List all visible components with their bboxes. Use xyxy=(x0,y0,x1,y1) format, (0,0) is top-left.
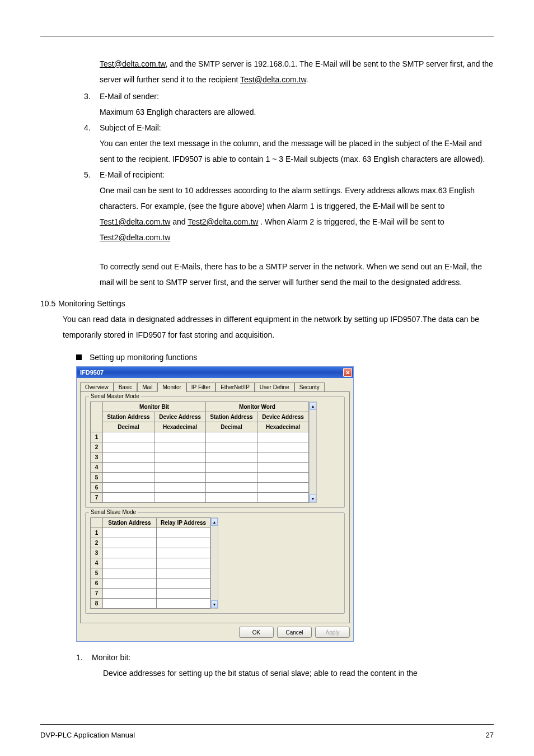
cell[interactable] xyxy=(154,442,206,452)
cell[interactable] xyxy=(257,473,309,483)
cell[interactable] xyxy=(157,558,210,568)
cell[interactable] xyxy=(157,528,210,538)
tab-monitor[interactable]: Monitor xyxy=(157,382,186,392)
cell[interactable] xyxy=(257,463,309,473)
group-title: Serial Master Mode xyxy=(89,393,141,399)
cell[interactable] xyxy=(206,473,257,483)
list-body: Maximum 63 Engligh characters are allowe… xyxy=(100,104,494,120)
close-button[interactable]: ✕ xyxy=(343,368,352,377)
cell[interactable] xyxy=(157,599,210,609)
cell[interactable] xyxy=(157,589,210,599)
cell[interactable] xyxy=(157,578,210,589)
tab-content: Serial Master Mode Monitor Bit Monitor W… xyxy=(80,391,350,623)
slave-table: Station Address Relay IP Address 1 2 3 4… xyxy=(90,517,210,609)
cell[interactable] xyxy=(103,463,154,473)
scroll-down-icon[interactable]: ▼ xyxy=(211,600,218,608)
list-title: Subject of E-Mail: xyxy=(100,123,161,132)
cell[interactable] xyxy=(103,483,154,493)
cell[interactable] xyxy=(103,568,157,578)
col-header: Station Address xyxy=(103,518,157,528)
list-body: Device addresses for setting up the bit … xyxy=(103,665,494,681)
cell[interactable] xyxy=(257,432,309,442)
tab-security[interactable]: Security xyxy=(294,382,325,391)
text: and xyxy=(170,217,188,226)
tab-userdefine[interactable]: User Define xyxy=(255,382,294,391)
list-number: 4. xyxy=(84,120,100,136)
cell[interactable] xyxy=(154,432,206,442)
scroll-up-icon[interactable]: ▲ xyxy=(310,402,316,410)
footer-rule xyxy=(40,724,494,725)
tab-overview[interactable]: Overview xyxy=(80,382,114,391)
section-number: 10.5 xyxy=(40,296,58,311)
col-header: Relay IP Address xyxy=(157,518,210,528)
tab-basic[interactable]: Basic xyxy=(114,382,137,391)
cell[interactable] xyxy=(103,548,157,558)
list-item-3: 3.E-Mail of sender: Maximum 63 Engligh c… xyxy=(84,88,494,120)
cell[interactable] xyxy=(206,463,257,473)
cell[interactable] xyxy=(103,589,157,599)
col-header: Device Address xyxy=(257,412,309,422)
scrollbar-vertical[interactable]: ▲ ▼ xyxy=(309,402,317,503)
cell[interactable] xyxy=(154,483,206,493)
col-subheader: Decimal xyxy=(103,422,154,432)
text: . xyxy=(306,75,308,84)
cell[interactable] xyxy=(257,452,309,463)
cell[interactable] xyxy=(154,493,206,503)
cell[interactable] xyxy=(257,483,309,493)
cell[interactable] xyxy=(103,599,157,609)
footer-left: DVP-PLC Application Manual xyxy=(40,731,135,739)
col-subheader: Hexadecimal xyxy=(257,422,309,432)
header-rule xyxy=(40,36,494,36)
ok-button[interactable]: OK xyxy=(239,627,274,638)
cell[interactable] xyxy=(103,432,154,442)
cell[interactable] xyxy=(257,442,309,452)
cell[interactable] xyxy=(157,548,210,558)
tab-row: Overview Basic Mail Monitor IP Filter Et… xyxy=(80,381,350,391)
cell[interactable] xyxy=(206,483,257,493)
cell[interactable] xyxy=(103,452,154,463)
cell[interactable] xyxy=(103,528,157,538)
cell[interactable] xyxy=(157,538,210,548)
after-dialog-text: 1. Monitor bit: Device addresses for set… xyxy=(40,650,494,681)
list-item-4: 4.Subject of E-Mail: You can enter the t… xyxy=(84,120,494,167)
scrollbar-vertical[interactable]: ▲ ▼ xyxy=(210,517,218,609)
page-footer: DVP-PLC Application Manual 27 xyxy=(40,731,494,739)
list-body: You can enter the text message in the co… xyxy=(100,136,494,167)
cancel-button[interactable]: Cancel xyxy=(277,627,312,638)
row-header: 2 xyxy=(91,442,103,452)
row-header: 6 xyxy=(91,578,103,589)
section-heading: 10.5 Monitoring Settings xyxy=(40,296,494,311)
cell[interactable] xyxy=(154,463,206,473)
list-number: 3. xyxy=(84,88,100,104)
email-link: Test@delta.com.tw xyxy=(240,75,306,84)
list-body: One mail can be sent to 10 addresses acc… xyxy=(100,183,494,245)
scroll-up-icon[interactable]: ▲ xyxy=(211,518,218,526)
cell[interactable] xyxy=(206,432,257,442)
tab-ethernetip[interactable]: EtherNet/IP xyxy=(216,382,255,391)
cell[interactable] xyxy=(154,473,206,483)
corner-cell xyxy=(91,402,103,432)
scroll-down-icon[interactable]: ▼ xyxy=(310,494,316,502)
cell[interactable] xyxy=(157,568,210,578)
cell[interactable] xyxy=(103,538,157,548)
row-header: 7 xyxy=(91,589,103,599)
master-table: Monitor Bit Monitor Word Station Address… xyxy=(90,402,309,503)
cell[interactable] xyxy=(257,493,309,503)
cell[interactable] xyxy=(206,442,257,452)
cell[interactable] xyxy=(206,452,257,463)
tab-mail[interactable]: Mail xyxy=(137,382,157,391)
row-header: 5 xyxy=(91,473,103,483)
list-title: Monitor bit: xyxy=(92,650,130,665)
cell[interactable] xyxy=(103,442,154,452)
settings-dialog: IFD9507 ✕ Overview Basic Mail Monitor IP… xyxy=(76,366,354,642)
section-title: Monitoring Settings xyxy=(58,296,125,311)
bullet-item: Setting up monitoring functions xyxy=(76,353,494,362)
cell[interactable] xyxy=(103,493,154,503)
cell[interactable] xyxy=(103,578,157,589)
cell[interactable] xyxy=(206,493,257,503)
cell[interactable] xyxy=(103,473,154,483)
apply-button[interactable]: Apply xyxy=(315,627,350,638)
tab-ipfilter[interactable]: IP Filter xyxy=(186,382,216,391)
cell[interactable] xyxy=(103,558,157,568)
cell[interactable] xyxy=(154,452,206,463)
